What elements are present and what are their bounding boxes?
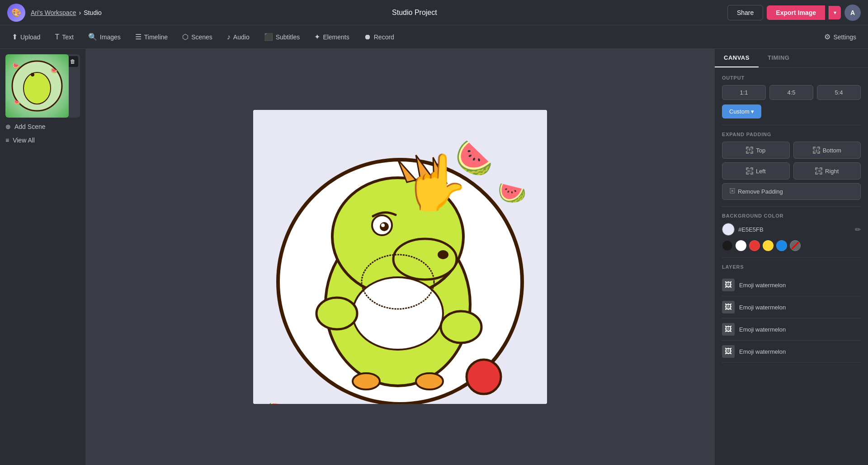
add-scene-icon: ⊕: [5, 123, 11, 130]
share-button[interactable]: Share: [727, 5, 763, 20]
view-all-button[interactable]: ≡ View All: [5, 135, 80, 146]
layer-item-0[interactable]: 🖼 Emoji watermelon: [722, 274, 861, 296]
tab-canvas[interactable]: CANVAS: [715, 49, 759, 67]
bg-color-hex: #E5E5FB: [738, 226, 851, 233]
expand-bottom-button[interactable]: Bottom: [793, 142, 861, 159]
remove-padding-button[interactable]: Remove Padding: [722, 183, 861, 200]
breadcrumb-section: Studio: [84, 9, 102, 16]
layer-thumb-0: 🖼: [722, 279, 735, 291]
layers-list: 🖼 Emoji watermelon 🖼 Emoji watermelon 🖼 …: [722, 274, 861, 363]
swatch-blue[interactable]: [776, 240, 787, 251]
layer-label-0: Emoji watermelon: [739, 282, 786, 289]
swatch-transparent[interactable]: [790, 240, 801, 251]
scene-thumbnail[interactable]: ⧉ 🗑 🍉 🍉 🍉: [5, 54, 80, 118]
panel-tabs: CANVAS TIMING: [715, 49, 868, 68]
upload-icon: ⬆: [12, 33, 18, 41]
layer-item-3[interactable]: 🖼 Emoji watermelon: [722, 341, 861, 363]
remove-padding-icon: [730, 188, 735, 195]
swatch-yellow[interactable]: [763, 240, 774, 251]
swatch-red[interactable]: [749, 240, 760, 251]
expand-right-icon: [815, 167, 822, 175]
color-picker-icon[interactable]: ✏: [855, 225, 861, 234]
expand-bottom-label: Bottom: [823, 147, 841, 154]
audio-icon: ♪: [227, 33, 231, 41]
svg-point-18: [353, 277, 443, 350]
swatch-black[interactable]: [722, 240, 733, 251]
layer-item-1[interactable]: 🖼 Emoji watermelon: [722, 296, 861, 318]
expand-top-button[interactable]: Top: [722, 142, 790, 159]
toolbar-timeline[interactable]: ☰ Timeline: [129, 29, 174, 45]
expand-left-button[interactable]: Left: [722, 162, 790, 180]
export-dropdown-button[interactable]: ▾: [829, 6, 841, 19]
svg-text:🍉: 🍉: [14, 99, 20, 105]
output-label: OUTPUT: [722, 75, 861, 81]
toolbar-text[interactable]: T Text: [48, 29, 80, 45]
toolbar-elements[interactable]: ✦ Elements: [308, 29, 355, 45]
workspace-link[interactable]: Ari's Workspace: [31, 9, 76, 16]
layer-item-2[interactable]: 🖼 Emoji watermelon: [722, 318, 861, 341]
subtitles-icon: ⬛: [264, 33, 273, 41]
view-all-label: View All: [13, 137, 35, 144]
svg-point-27: [416, 373, 443, 389]
nav-actions: Share Export Image ▾ A: [727, 5, 861, 21]
remove-padding-label: Remove Padding: [738, 188, 783, 195]
color-swatches: [722, 240, 861, 251]
toolbar-subtitles[interactable]: ⬛ Subtitles: [258, 29, 307, 45]
expand-top-icon: [746, 147, 753, 154]
divider-1: [722, 125, 861, 125]
toolbar-elements-label: Elements: [323, 33, 349, 41]
tab-timing[interactable]: TIMING: [759, 49, 799, 67]
svg-point-1: [24, 72, 51, 104]
expand-bottom-icon: [813, 147, 820, 154]
scenes-icon: ⬡: [182, 33, 189, 41]
toolbar-scenes[interactable]: ⬡ Scenes: [176, 29, 219, 45]
canvas-frame[interactable]: 🍉 🍉 🍉 🍉 🍉 🍉: [253, 110, 547, 404]
right-panel: CANVAS TIMING OUTPUT 1:1 4:5 5:4 Custom …: [714, 49, 868, 465]
expand-right-button[interactable]: Right: [793, 162, 861, 180]
toolbar: ⬆ Upload T Text 🔍 Images ☰ Timeline ⬡ Sc…: [0, 25, 868, 49]
svg-point-17: [393, 239, 457, 280]
divider-2: [722, 206, 861, 207]
toolbar-record[interactable]: ⏺ Record: [358, 29, 401, 45]
toolbar-subtitles-label: Subtitles: [276, 33, 300, 41]
layers-label: LAYERS: [722, 264, 861, 270]
avatar[interactable]: A: [844, 5, 861, 21]
export-button[interactable]: Export Image: [767, 5, 825, 20]
aspect-4-5[interactable]: 4:5: [769, 85, 813, 100]
add-scene-button[interactable]: ⊕ Add Scene: [5, 121, 80, 132]
aspect-1-1[interactable]: 1:1: [722, 85, 766, 100]
toolbar-upload-label: Upload: [20, 33, 40, 41]
breadcrumb-sep: ›: [79, 9, 81, 16]
elements-icon: ✦: [314, 33, 320, 41]
layer-thumb-1: 🖼: [722, 301, 735, 313]
toolbar-upload[interactable]: ⬆ Upload: [5, 29, 47, 45]
view-all-icon: ≡: [5, 137, 9, 144]
toolbar-audio[interactable]: ♪ Audio: [221, 29, 256, 45]
toolbar-text-label: Text: [62, 33, 74, 41]
panel-content: OUTPUT 1:1 4:5 5:4 Custom ▾ EXPAND PADDI…: [715, 68, 868, 465]
layer-thumb-2: 🖼: [722, 323, 735, 336]
toolbar-images[interactable]: 🔍 Images: [82, 29, 127, 45]
record-icon: ⏺: [364, 33, 371, 41]
left-panel-actions: ⊕ Add Scene ≡ View All: [5, 121, 80, 146]
toolbar-settings[interactable]: ⚙ Settings: [818, 29, 863, 45]
toolbar-record-label: Record: [374, 33, 394, 41]
layer-label-2: Emoji watermelon: [739, 326, 786, 333]
top-nav: 🎨 Ari's Workspace › Studio Studio Projec…: [0, 0, 868, 25]
canvas-area: 🍉 🍉 🍉 🍉 🍉 🍉: [86, 49, 714, 465]
svg-point-26: [353, 373, 380, 389]
divider-3: [722, 257, 861, 258]
svg-point-30: [441, 311, 481, 343]
custom-button[interactable]: Custom ▾: [722, 104, 761, 119]
swatch-white[interactable]: [736, 240, 746, 251]
bg-color-preview[interactable]: [722, 223, 735, 236]
aspect-ratio-row: 1:1 4:5 5:4: [722, 85, 861, 100]
svg-point-21: [381, 223, 385, 227]
expand-left-label: Left: [756, 168, 766, 175]
scene-preview-svg: 🍉 🍉 🍉: [10, 59, 64, 113]
aspect-5-4[interactable]: 5:4: [817, 85, 861, 100]
svg-point-20: [380, 222, 389, 231]
delete-scene-button[interactable]: 🗑: [67, 56, 78, 67]
left-panel: ⧉ 🗑 🍉 🍉 🍉 ⊕ Add Scene: [0, 49, 86, 465]
svg-text:🍉: 🍉: [12, 62, 20, 70]
